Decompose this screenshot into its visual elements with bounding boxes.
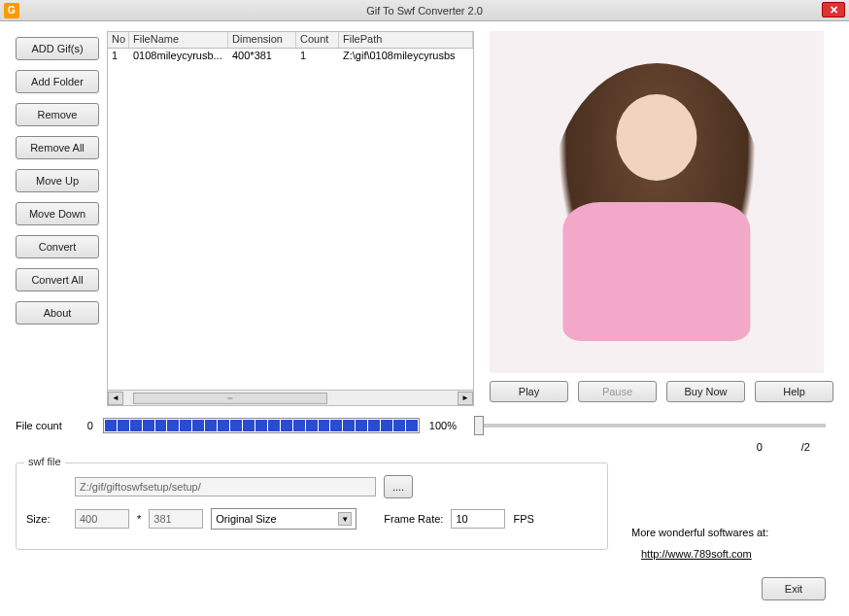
cell-filename: 0108mileycyrusb... [129,49,228,64]
browse-button[interactable]: .... [384,475,413,498]
header-count[interactable]: Count [296,32,339,48]
framerate-label: Frame Rate: [384,513,443,525]
horizontal-scrollbar[interactable]: ◄ ═ ► [107,391,474,406]
add-gifs-button[interactable]: ADD Gif(s) [16,37,99,60]
list-body[interactable]: 1 0108mileycyrusb... 400*381 1 Z:\gif\01… [107,49,474,391]
buy-now-button[interactable]: Buy Now [666,381,745,402]
play-button[interactable]: Play [490,381,568,402]
move-down-button[interactable]: Move Down [16,202,99,225]
total-frames: /2 [801,441,810,453]
app-icon: G [4,3,19,18]
current-frame: 0 [757,441,763,453]
framerate-input[interactable] [451,509,505,529]
fps-label: FPS [513,513,533,525]
height-input[interactable] [149,509,203,529]
file-count-value: 0 [87,420,93,431]
list-header: No FileName Dimension Count FilePath [107,31,474,49]
help-button[interactable]: Help [755,381,833,402]
progress-percent: 100% [429,420,457,431]
more-software: More wonderful softwares at: http://www.… [631,527,826,560]
preview-panel: Play Pause Buy Now Help [490,31,833,406]
header-dimension[interactable]: Dimension [228,32,296,48]
output-path-input[interactable] [75,477,376,496]
cell-dimension: 400*381 [228,49,296,64]
file-count-label: File count [16,420,62,431]
about-button[interactable]: About [16,301,99,325]
pause-button[interactable]: Pause [578,381,657,402]
swf-file-group: swf file .... Size: * Original Size ▼ Fr… [16,462,608,550]
add-folder-button[interactable]: Add Folder [16,70,99,93]
header-filename[interactable]: FileName [129,32,228,48]
scroll-thumb[interactable]: ═ [133,393,327,404]
cell-count: 1 [296,49,339,64]
size-mode-value: Original Size [216,513,276,525]
header-filepath[interactable]: FilePath [339,32,473,48]
slider-thumb[interactable] [474,416,484,435]
convert-button[interactable]: Convert [16,235,99,258]
width-input[interactable] [75,509,129,529]
frame-slider[interactable] [474,424,826,428]
scroll-right-icon[interactable]: ► [458,392,473,405]
times-symbol: * [137,513,141,525]
scroll-left-icon[interactable]: ◄ [108,392,123,405]
titlebar: G Gif To Swf Converter 2.0 ✕ [0,0,849,21]
progress-bar [103,418,420,433]
cell-filepath: Z:\gif\0108mileycyrusbs [339,49,473,64]
window-title: Gif To Swf Converter 2.0 [366,5,483,17]
more-label: More wonderful softwares at: [631,527,826,538]
convert-all-button[interactable]: Convert All [16,268,99,291]
exit-button[interactable]: Exit [762,577,826,600]
remove-all-button[interactable]: Remove All [16,136,99,159]
size-mode-select[interactable]: Original Size ▼ [211,508,357,530]
cell-no: 1 [108,49,129,64]
swf-legend: swf file [24,456,65,467]
file-list: No FileName Dimension Count FilePath 1 0… [107,31,474,406]
chevron-down-icon: ▼ [338,512,352,526]
size-label: Size: [26,513,67,525]
move-up-button[interactable]: Move Up [16,169,99,192]
close-icon[interactable]: ✕ [822,2,845,17]
remove-button[interactable]: Remove [16,103,99,126]
table-row[interactable]: 1 0108mileycyrusb... 400*381 1 Z:\gif\01… [108,49,473,64]
sidebar: ADD Gif(s) Add Folder Remove Remove All … [16,31,99,406]
header-no[interactable]: No [108,32,129,48]
software-link[interactable]: http://www.789soft.com [641,548,752,560]
preview-image [490,31,824,373]
